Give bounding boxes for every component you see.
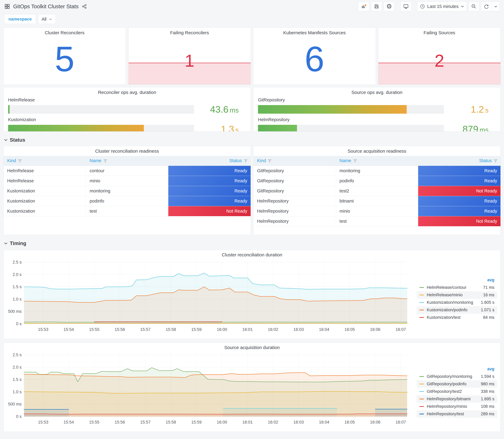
filter-icon[interactable] — [18, 159, 22, 163]
filter-icon[interactable] — [494, 159, 498, 163]
legend-series-name[interactable]: GitRepository/test2 — [427, 389, 481, 394]
section-header-status[interactable]: Status — [4, 137, 501, 143]
gauge-panel-title: Reconciler ops avg. duration — [3, 87, 251, 95]
section-header-timing[interactable]: Timing — [4, 241, 501, 246]
cell-name: test — [86, 206, 168, 216]
stat-value: 5 — [55, 41, 74, 77]
gauge-track — [8, 125, 194, 132]
cell-kind: HelmRepository — [253, 216, 336, 226]
time-range-label: Last 15 minutes — [427, 4, 459, 9]
y-axis-tick: 0 s — [16, 414, 22, 419]
gauge-fill — [258, 125, 297, 132]
cell-status: Ready — [418, 176, 501, 186]
cell-status: Ready — [418, 196, 501, 206]
gauge-value: 879ms — [444, 124, 496, 132]
legend-avg-value: 1.695 s — [481, 397, 494, 401]
x-axis-tick: 16:06 — [370, 420, 381, 425]
refresh-button[interactable] — [481, 2, 492, 11]
time-series-plot[interactable]: 15:5315:5415:5515:5615:5715:5815:5916:00… — [4, 257, 417, 335]
column-header-name[interactable]: Name — [86, 156, 168, 166]
dashboard-variables: namespace All — [4, 14, 501, 24]
stat-panel: Cluster Reconcilers5 — [3, 27, 126, 85]
dashboard-settings-button[interactable]: ⚙ — [384, 2, 395, 11]
legend-avg-value: 84 ms — [483, 315, 494, 320]
column-header-name[interactable]: Name — [336, 156, 418, 166]
legend-item: Kustomization/monitoring1.605 s — [417, 299, 497, 306]
cell-name: test2 — [336, 186, 418, 196]
status-badge: Ready — [168, 176, 251, 186]
legend-series-color — [419, 384, 424, 384]
filter-icon[interactable] — [244, 159, 248, 163]
filter-icon[interactable] — [353, 159, 357, 163]
time-series-svg[interactable]: 15:5315:5415:5515:5615:5715:5815:5916:00… — [4, 350, 412, 427]
x-axis-tick: 16:02 — [268, 420, 278, 425]
chevron-down-icon — [461, 5, 464, 8]
legend-series-name[interactable]: Kustomization/test — [427, 315, 483, 320]
filter-icon[interactable] — [103, 159, 107, 163]
legend-avg-value: 108 ms — [481, 404, 494, 409]
variable-label-namespace[interactable]: namespace — [4, 14, 36, 24]
section-title: Timing — [10, 241, 26, 246]
legend-series-name[interactable]: Kustomization/monitoring — [427, 300, 481, 305]
legend-series-name[interactable]: Kustomization/podinfo — [427, 308, 481, 312]
status-badge: Ready — [418, 196, 501, 206]
legend-avg-header: avg — [417, 276, 497, 284]
time-range-picker[interactable]: Last 15 minutes — [417, 2, 467, 11]
cell-name: minio — [336, 206, 418, 216]
legend-series-color — [419, 295, 424, 295]
legend-series-name[interactable]: HelmRepository/bitnami — [427, 397, 481, 401]
table-row: HelmReleasecontourReady — [3, 166, 251, 176]
stat-panels-row: Cluster Reconcilers5Failing Reconcilers1… — [3, 27, 501, 85]
stat-panel: Failing Sources2 — [378, 27, 501, 85]
gauge-panels-row: Reconciler ops avg. durationHelmRelease4… — [3, 87, 501, 132]
chevron-down-icon — [4, 139, 8, 141]
tv-mode-button[interactable] — [400, 2, 411, 11]
legend-series-name[interactable]: GitRepository/podinfo — [427, 382, 481, 386]
x-axis-tick: 15:58 — [166, 327, 176, 332]
table-row: HelmReleaseminioReady — [3, 176, 251, 186]
gauge-bar: 1.2s — [258, 104, 496, 115]
zoom-out-button[interactable] — [468, 2, 479, 11]
x-axis-tick: 15:53 — [38, 327, 48, 332]
dashboard-header: GitOps Toolkit Cluster Stats — [3, 0, 501, 13]
gauge-track — [258, 105, 444, 114]
x-axis-tick: 16:05 — [344, 420, 355, 425]
y-axis-tick: 1.5 s — [12, 284, 22, 289]
column-header-kind[interactable]: Kind — [253, 156, 336, 166]
legend-series-name[interactable]: GitRepository/monitoring — [427, 374, 481, 379]
status-badge: Ready — [418, 176, 501, 186]
cell-status: Ready — [418, 166, 501, 176]
legend-avg-value: 289 ms — [481, 412, 494, 416]
add-panel-button[interactable] — [358, 2, 369, 11]
table-panel: Source acquisition readinessKindNameStat… — [253, 146, 501, 235]
legend-series-name[interactable]: HelmRelease/minio — [427, 293, 483, 297]
save-icon — [374, 4, 379, 9]
chart-title: Cluster reconciliation duration — [3, 250, 501, 257]
gauge-panel-title: Source ops avg. duration — [253, 87, 501, 95]
filter-icon[interactable] — [268, 159, 272, 163]
column-header-status[interactable]: Status — [418, 156, 501, 166]
legend-series-name[interactable]: HelmRepository/minio — [427, 404, 481, 409]
legend-series-name[interactable]: HelmRelease/contour — [427, 285, 483, 290]
cell-kind: HelmRepository — [253, 196, 336, 206]
x-axis-tick: 16:03 — [294, 327, 304, 332]
table-panel-title: Source acquisition readiness — [253, 146, 501, 156]
legend-series-name[interactable]: HelmRepository/test — [427, 412, 481, 416]
refresh-interval-dropdown[interactable] — [492, 2, 500, 11]
share-icon[interactable] — [82, 4, 87, 9]
cell-name: bitnami — [336, 196, 418, 206]
time-series-svg[interactable]: 15:5315:5415:5515:5615:5715:5815:5916:00… — [4, 257, 412, 334]
column-header-kind[interactable]: Kind — [3, 156, 86, 166]
save-dashboard-button[interactable] — [371, 2, 382, 11]
cell-kind: HelmRelease — [3, 166, 86, 176]
time-series-plot[interactable]: 15:5315:5415:5515:5615:5715:5815:5916:00… — [4, 350, 417, 428]
gauge-value: 43.6ms — [194, 104, 246, 115]
add-panel-icon — [361, 3, 367, 10]
x-axis-tick: 16:00 — [217, 420, 227, 425]
cell-name: minio — [86, 176, 168, 186]
table-row: GitRepositorypodinfoReady — [253, 176, 501, 186]
column-header-status[interactable]: Status — [168, 156, 251, 166]
stat-value: 2 — [434, 52, 444, 69]
variable-value-dropdown[interactable]: All — [38, 14, 56, 24]
y-axis-tick: 2.5 s — [12, 353, 22, 357]
